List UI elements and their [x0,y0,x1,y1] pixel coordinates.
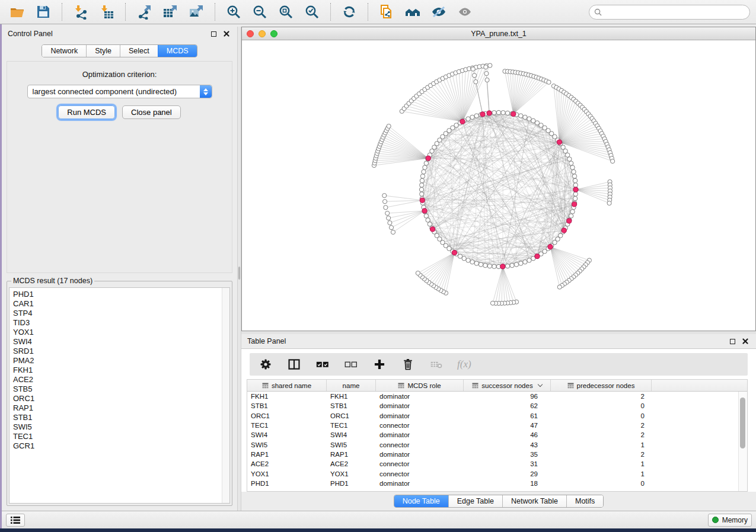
hide-panels-button[interactable] [428,2,450,21]
log-console-button[interactable] [6,514,25,527]
mcds-result-item[interactable]: PHD1 [13,290,229,299]
mcds-list-scrollbar[interactable] [222,288,229,503]
mcds-result-item[interactable]: ACE2 [13,375,229,384]
zoom-out-button[interactable] [248,2,271,21]
table-row[interactable]: RAP1RAP1dominator352 [247,450,747,459]
tab-mcds[interactable]: MCDS [158,45,197,57]
column-header-predecessor-nodes[interactable]: predecessor nodes [551,380,652,391]
table-row[interactable]: YOX1YOX1connector291 [247,469,747,478]
float-panel-button[interactable] [209,29,218,39]
save-session-button[interactable] [32,2,55,21]
table-scrollbar[interactable] [738,392,747,491]
table-cell-predecessor_nodes: 1 [551,460,652,467]
splitter-grip[interactable] [238,267,240,280]
column-header-filler [652,380,747,391]
window-close-button[interactable] [247,30,254,37]
table-cell-predecessor_nodes: 2 [551,431,652,438]
mcds-result-item[interactable]: STB5 [13,384,229,394]
tab-style[interactable]: Style [86,45,120,57]
mcds-result-item[interactable]: ORC1 [13,394,229,403]
mcds-result-item[interactable]: GCR1 [13,441,229,451]
table-row[interactable]: SWI5SWI5connector431 [247,440,747,449]
mcds-result-item[interactable]: SWI4 [13,337,229,347]
column-header-mcds-role[interactable]: MCDS role [376,380,464,391]
tab-motifs[interactable]: Motifs [566,495,603,507]
tab-select[interactable]: Select [120,45,158,57]
mcds-result-item[interactable]: SWI5 [13,422,229,432]
zoom-in-button[interactable] [222,2,245,21]
table-row[interactable]: ORC1ORC1dominator610 [247,411,747,421]
mcds-result-item[interactable]: STP4 [13,309,229,318]
table-cell-successor_nodes: 35 [464,451,551,458]
mcds-result-item[interactable]: CAR1 [13,299,229,309]
select-all-columns-button[interactable] [315,357,330,372]
window-zoom-button[interactable] [270,30,277,37]
table-row[interactable]: PHD1PHD1dominator180 [247,479,747,488]
shared-column-icon [567,383,574,389]
unselect-all-columns-button[interactable] [343,357,359,372]
checked-boxes-icon [316,358,329,371]
column-header-successor-nodes[interactable]: successor nodes [464,380,551,391]
delete-column-button[interactable] [400,357,416,372]
table-row[interactable]: STB1STB1dominator620 [247,401,747,411]
close-panel-button-mcds[interactable]: Close panel [122,105,181,119]
table-row[interactable]: ACE2ACE2connector311 [247,459,747,469]
close-icon [742,338,748,344]
show-panels-button[interactable] [454,2,476,21]
mcds-result-item[interactable]: FKH1 [13,366,229,375]
column-header-name[interactable]: name [327,380,376,391]
table-close-button[interactable] [741,336,750,346]
function-builder-button[interactable]: f(x) [457,357,471,372]
network-overview-button[interactable] [401,2,424,21]
open-folder-icon [9,4,25,20]
tab-edge-table[interactable]: Edge Table [448,495,502,507]
table-settings-button[interactable] [258,357,273,372]
table-float-button[interactable] [728,336,737,346]
tab-network-table[interactable]: Network Table [502,495,566,507]
search-input[interactable] [605,8,745,16]
table-scrollbar-thumb[interactable] [740,398,745,448]
export-network-button[interactable] [133,2,155,21]
add-column-button[interactable] [372,357,387,372]
mcds-result-list[interactable]: PHD1CAR1STP4TID3YOX1SWI4SRD1PMA2FKH1ACE2… [9,287,230,504]
duplicate-network-button[interactable] [375,2,398,21]
mcds-result-item[interactable]: TID3 [13,318,229,328]
table-row[interactable]: FKH1FKH1dominator962 [247,392,747,401]
mcds-tab-content: Optimization criterion: largest connecte… [7,61,232,273]
criterion-dropdown[interactable]: largest connected component (undirected) [27,85,212,98]
save-icon [36,4,51,20]
delete-table-button[interactable] [429,357,444,372]
mcds-result-title: MCDS result (17 nodes) [11,277,94,285]
column-header-shared-name[interactable]: shared name [247,380,327,391]
network-canvas[interactable] [242,40,755,331]
mcds-result-item[interactable]: PMA2 [13,356,229,366]
refresh-view-button[interactable] [338,2,361,21]
mcds-result-item[interactable]: STB1 [13,413,229,422]
table-panel-title: Table Panel [247,337,724,345]
import-network-button[interactable] [69,2,92,21]
export-image-button[interactable] [185,2,208,21]
export-network-icon [136,4,152,20]
mcds-result-item[interactable]: TEC1 [13,432,229,441]
show-column-panel-button[interactable] [286,357,302,372]
close-panel-button[interactable] [222,29,231,39]
import-table-button[interactable] [95,2,118,21]
zoom-selected-button[interactable] [301,2,323,21]
open-file-button[interactable] [6,2,28,21]
export-table-button[interactable] [159,2,181,21]
shared-column-icon [472,383,479,389]
panel-splitter-vertical[interactable] [237,27,241,511]
window-minimize-button[interactable] [259,30,266,37]
tab-node-table[interactable]: Node Table [394,495,448,507]
memory-button[interactable]: Memory [708,514,752,527]
table-cell-shared_name: SWI5 [247,441,327,448]
mcds-result-item[interactable]: YOX1 [13,328,229,337]
tab-network[interactable]: Network [42,45,86,57]
zoom-fit-button[interactable] [275,2,297,21]
mcds-result-item[interactable]: SRD1 [13,347,229,356]
run-mcds-button[interactable]: Run MCDS [58,105,115,119]
mcds-result-item[interactable]: RAP1 [13,403,229,413]
control-panel-titlebar: Control Panel [2,27,237,41]
table-row[interactable]: TEC1TEC1connector472 [247,421,747,430]
table-row[interactable]: SWI4SWI4dominator462 [247,430,747,440]
